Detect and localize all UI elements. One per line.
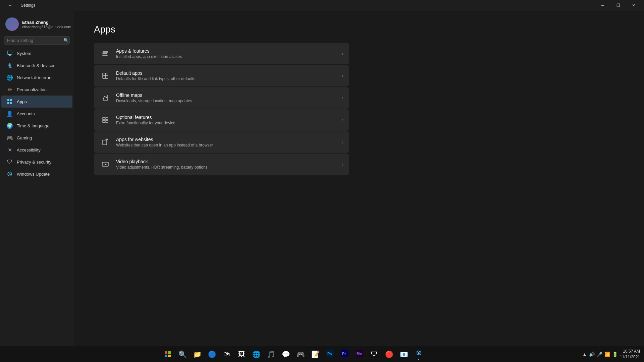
sidebar-item-gaming[interactable]: 🎮Gaming — [1, 132, 72, 144]
back-button[interactable]: ← — [3, 0, 18, 11]
privacy-icon: 🛡 — [7, 159, 13, 165]
nav-label-time: Time & language — [17, 123, 50, 128]
apps-features-title: Apps & features — [116, 48, 342, 54]
user-profile[interactable]: Ethan Zheng ethanzheng818@outlook.com — [0, 13, 74, 36]
store-icon: 🛍 — [223, 350, 230, 358]
offline-maps-desc: Downloads, storage location, map updates — [116, 99, 342, 103]
tray-expand[interactable]: ▲ — [582, 352, 587, 357]
optional-features-icon — [99, 114, 111, 126]
settings-item-video-playback[interactable]: Video playback Video adjustments, HDR st… — [94, 154, 349, 175]
sidebar-item-network[interactable]: 🌐Network & internet — [1, 71, 72, 83]
discord-icon: 💬 — [282, 350, 290, 358]
taskbar-files-button[interactable]: 📁 — [191, 348, 204, 361]
system-icon — [7, 50, 13, 56]
taskbar-capture-button[interactable]: 🔴 — [382, 348, 396, 361]
apps-websites-icon — [99, 136, 111, 148]
sidebar-item-time[interactable]: 🌍Time & language — [1, 120, 72, 132]
update-icon — [7, 171, 13, 177]
taskbar-xbox-button[interactable]: 🎮 — [294, 348, 307, 361]
user-info: Ethan Zheng ethanzheng818@outlook.com — [22, 20, 71, 29]
settings-item-offline-maps[interactable]: Offline maps Downloads, storage location… — [94, 87, 349, 109]
outlook-icon: 📧 — [400, 350, 408, 358]
video-playback-text: Video playback Video adjustments, HDR st… — [116, 159, 342, 170]
taskbar-right: ▲ 🔊 🎤 📶 🔋 10:57 AM 11/11/2021 — [582, 349, 640, 360]
search-input[interactable] — [7, 38, 63, 43]
sidebar: Ethan Zheng ethanzheng818@outlook.com 🔍 … — [0, 11, 74, 346]
bluetooth-icon — [7, 62, 13, 68]
sidebar-item-system[interactable]: System — [1, 47, 72, 59]
taskbar-discord-button[interactable]: 💬 — [279, 348, 292, 361]
close-button[interactable]: ✕ — [626, 0, 641, 11]
sidebar-item-privacy[interactable]: 🛡Privacy & security — [1, 156, 72, 168]
titlebar-title: Settings — [21, 3, 35, 8]
svg-rect-11 — [103, 73, 105, 76]
settings-item-default-apps[interactable]: Default apps Defaults for file and link … — [94, 65, 349, 86]
tray-mic[interactable]: 🎤 — [597, 352, 602, 357]
taskbar-spotify-button[interactable]: 🎵 — [264, 348, 278, 361]
svg-rect-2 — [8, 54, 11, 55]
offline-maps-text: Offline maps Downloads, storage location… — [116, 93, 342, 103]
sidebar-item-personalization[interactable]: ✏Personalization — [1, 83, 72, 96]
tray-network[interactable]: 📶 — [604, 352, 610, 357]
nav-label-gaming: Gaming — [17, 135, 32, 140]
taskbar-edge-button[interactable]: 🔵 — [205, 348, 219, 361]
svg-text:Pr: Pr — [342, 352, 346, 356]
taskbar-pr-button[interactable]: Pr — [338, 348, 352, 361]
svg-rect-4 — [10, 99, 12, 101]
xbox-icon: 🎮 — [297, 350, 305, 358]
offline-maps-icon — [99, 92, 111, 104]
nav-label-accessibility: Accessibility — [17, 147, 41, 153]
pr-icon: Pr — [341, 350, 348, 359]
taskbar-ps-button[interactable]: Ps — [323, 348, 337, 361]
chrome-icon: 🌐 — [252, 350, 261, 358]
clock[interactable]: 10:57 AM 11/11/2021 — [620, 349, 640, 360]
settings-item-apps-websites[interactable]: Apps for websites Websites that can open… — [94, 131, 349, 153]
sidebar-item-accessibility[interactable]: ✕Accessibility — [1, 144, 72, 156]
optional-features-title: Optional features — [116, 115, 342, 120]
svg-rect-17 — [106, 117, 108, 120]
svg-rect-10 — [103, 55, 107, 56]
taskbar-photos-button[interactable]: 🖼 — [235, 348, 248, 361]
settings-item-apps-features[interactable]: Apps & features Installed apps, app exec… — [94, 43, 349, 64]
tray-volume[interactable]: 🔊 — [589, 352, 595, 357]
taskbar-search-button[interactable]: 🔍 — [176, 348, 189, 361]
user-email: ethanzheng818@outlook.com — [22, 25, 71, 29]
default-apps-desc: Defaults for file and link types, other … — [116, 76, 342, 81]
taskbar-settings-button[interactable] — [412, 348, 425, 361]
taskbar: 🔍📁🔵🛍🖼🌐🎵💬🎮📝 Ps Pr Me 🛡🔴📧 ▲ 🔊 🎤 📶 🔋 10:57 … — [0, 346, 644, 362]
me-icon: Me — [356, 350, 363, 359]
taskbar-notion-button[interactable]: 📝 — [309, 348, 322, 361]
taskbar-start-button[interactable] — [161, 348, 174, 361]
tray-battery[interactable]: 🔋 — [612, 352, 618, 357]
default-apps-title: Default apps — [116, 70, 342, 76]
restore-button[interactable]: ❐ — [610, 0, 626, 11]
taskbar-shield-button[interactable]: 🛡 — [368, 348, 381, 361]
windows-logo-icon — [165, 351, 171, 357]
time-icon: 🌍 — [7, 123, 13, 129]
settings-item-optional-features[interactable]: Optional features Extra functionality fo… — [94, 109, 349, 131]
taskbar-store-button[interactable]: 🛍 — [220, 348, 233, 361]
apps-icon — [7, 99, 13, 105]
taskbar-chrome-button[interactable]: 🌐 — [250, 348, 263, 361]
apps-websites-desc: Websites that can open in an app instead… — [116, 143, 342, 147]
main-content: Apps Apps & features Installed apps, app… — [74, 11, 644, 346]
minimize-button[interactable]: ─ — [595, 0, 610, 11]
default-apps-icon — [99, 70, 111, 82]
spotify-icon: 🎵 — [267, 350, 275, 358]
sidebar-item-apps[interactable]: Apps — [1, 96, 72, 108]
sys-tray: ▲ 🔊 🎤 📶 🔋 — [582, 352, 618, 357]
search-box[interactable]: 🔍 — [4, 36, 70, 45]
sidebar-item-accounts[interactable]: 👤Accounts — [1, 108, 72, 120]
sidebar-item-bluetooth[interactable]: Bluetooth & devices — [1, 59, 72, 71]
taskbar-outlook-button[interactable]: 📧 — [397, 348, 411, 361]
apps-websites-chevron: › — [342, 139, 343, 145]
user-name: Ethan Zheng — [22, 20, 71, 25]
svg-rect-3 — [7, 99, 9, 101]
video-playback-icon — [99, 158, 111, 170]
apps-features-icon — [99, 48, 111, 60]
taskbar-me-button[interactable]: Me — [353, 348, 366, 361]
search-icon: 🔍 — [178, 350, 187, 358]
settings-list: Apps & features Installed apps, app exec… — [94, 43, 349, 175]
svg-rect-14 — [105, 76, 108, 78]
sidebar-item-update[interactable]: Windows Update — [1, 168, 72, 180]
